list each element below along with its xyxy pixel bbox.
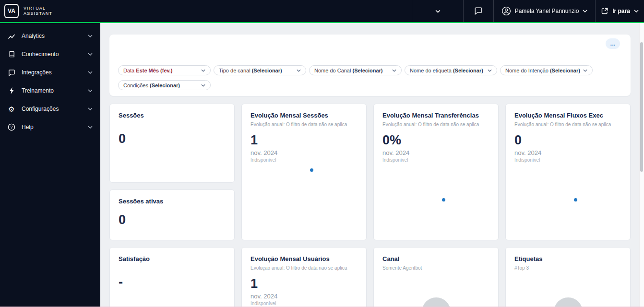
grid-column-2: Evolução Mensal Sessões Evolução anual: … <box>241 104 367 308</box>
training-icon <box>7 87 16 95</box>
chevron-down-icon <box>488 69 492 72</box>
chevron-down-icon <box>583 69 587 72</box>
accent-divider <box>0 22 644 23</box>
chevron-down-icon <box>583 10 587 12</box>
filter-nome-do-canal[interactable]: Nome do Canal (Selecionar) <box>309 65 402 75</box>
sidebar-item-label: Treinamento <box>22 87 88 94</box>
chevron-down-icon <box>297 69 301 72</box>
top-bar: VA VIRTUAL ASSISTANT Pamela Yanel Pannun… <box>0 0 644 22</box>
user-name: Pamela Yanel Pannunzio <box>515 8 579 14</box>
filters-row-1: Data Este Mês (fev.) Tipo de canal (Sele… <box>118 65 622 75</box>
sidebar-item-conhecimento[interactable]: Conhecimento <box>0 45 100 63</box>
brand-line2: ASSISTANT <box>24 11 52 16</box>
chat-button[interactable] <box>463 0 493 22</box>
filter-value: (Selecionar) <box>453 68 483 73</box>
knowledge-icon <box>7 50 16 58</box>
card-title: Satisfação <box>119 255 226 262</box>
sidebar-item-analytics[interactable]: Analytics <box>0 27 100 45</box>
brand-name: VIRTUAL ASSISTANT <box>24 6 52 17</box>
filters-row-2: Condições (Selecionar) <box>118 80 622 90</box>
card-value: 0 <box>119 131 226 146</box>
chevron-down-icon <box>634 10 639 12</box>
sidebar-item-label: Configurações <box>22 106 88 112</box>
card-value: 1 <box>250 276 358 291</box>
mini-chart <box>514 163 621 235</box>
more-options-button[interactable]: ... <box>606 38 620 49</box>
filter-value: Este Mês (fev.) <box>136 68 172 73</box>
card-title: Evolução Mensal Fluxos Exec <box>514 112 621 119</box>
card-value: 1 <box>250 133 358 148</box>
card-value: 0 <box>514 133 621 148</box>
sidebar-item-configuracoes[interactable]: ⚙ Configurações <box>0 100 100 118</box>
card-period: nov. 2024 <box>382 149 489 156</box>
brand-line1: VIRTUAL <box>24 6 52 11</box>
filter-value: (Selecionar) <box>550 68 580 73</box>
card-subtitle: Evolução anual: O filtro de data não se … <box>250 122 358 127</box>
filter-label: Nome do Intenção <box>505 68 549 73</box>
filter-data[interactable]: Data Este Mês (fev.) <box>118 65 211 75</box>
grid-column-4: Evolução Mensal Fluxos Exec Evolução anu… <box>505 104 631 308</box>
analytics-icon <box>7 32 16 40</box>
chart-point <box>442 198 445 201</box>
card-subtitle: Somente Agentbot <box>382 265 489 271</box>
top-bar-right: Pamela Yanel Pannunzio Ir para <box>412 0 644 22</box>
card-title: Sessões ativas <box>119 198 226 205</box>
card-value: 0 <box>119 213 226 227</box>
card-title: Etiquetas <box>514 255 621 262</box>
filter-label: Condições <box>123 83 148 88</box>
scrollbar[interactable] <box>639 23 644 308</box>
card-value: 0% <box>382 133 489 148</box>
chevron-down-icon <box>88 35 93 37</box>
card-monthly-flows: Evolução Mensal Fluxos Exec Evolução anu… <box>505 104 631 240</box>
chevron-down-icon <box>88 53 93 56</box>
card-sessions: Sessões 0 <box>109 104 235 183</box>
card-title: Evolução Mensal Sessões <box>250 112 358 119</box>
filter-condicoes[interactable]: Condições (Selecionar) <box>118 80 211 90</box>
sidebar-item-integracoes[interactable]: Integrações <box>0 63 100 82</box>
svg-text:?: ? <box>11 125 13 130</box>
filter-label: Tipo de canal <box>219 68 250 73</box>
chevron-down-icon <box>201 69 205 72</box>
mini-chart <box>250 163 358 235</box>
chevron-down-icon <box>88 71 93 74</box>
card-monthly-sessions: Evolução Mensal Sessões Evolução anual: … <box>241 104 367 240</box>
card-subtitle: #Top 3 <box>514 265 621 271</box>
card-title: Evolução Mensal Transferências <box>382 112 489 119</box>
card-period: nov. 2024 <box>250 293 358 300</box>
card-status: Indisponível <box>382 157 489 163</box>
card-value: - <box>119 275 226 290</box>
user-menu[interactable]: Pamela Yanel Pannunzio <box>493 0 595 22</box>
card-monthly-transfers: Evolução Mensal Transferências Evolução … <box>373 104 499 240</box>
grid-column-3: Evolução Mensal Transferências Evolução … <box>373 104 499 308</box>
header-dropdown-button[interactable] <box>412 0 463 22</box>
filter-nome-do-etiqueta[interactable]: Nome do etiqueta (Selecionar) <box>405 65 497 75</box>
sidebar-item-help[interactable]: ? Help <box>0 118 100 136</box>
card-title: Canal <box>382 255 489 262</box>
chart-point <box>310 168 313 172</box>
card-subtitle: Evolução anual: O filtro de data não se … <box>250 265 358 271</box>
scrollbar-thumb[interactable] <box>640 42 643 172</box>
chevron-down-icon <box>88 107 93 110</box>
main-content: ... Data Este Mês (fev.) Tipo de canal (… <box>100 23 644 308</box>
card-subtitle: Evolução anual: O filtro de data não se … <box>382 122 489 127</box>
brand[interactable]: VA VIRTUAL ASSISTANT <box>0 0 52 22</box>
card-monthly-users: Evolução Mensal Usuários Evolução anual:… <box>241 247 367 308</box>
sidebar: Analytics Conhecimento Integrações Trein… <box>0 23 100 308</box>
go-to-menu[interactable]: Ir para <box>595 0 644 22</box>
va-logo-icon: VA <box>4 4 19 18</box>
filter-nome-do-intencao[interactable]: Nome do Intenção (Selecionar) <box>500 65 593 75</box>
go-to-label: Ir para <box>612 8 630 14</box>
filter-label: Data <box>123 68 134 73</box>
sidebar-item-label: Conhecimento <box>22 51 88 58</box>
filter-label: Nome do Canal <box>314 68 351 73</box>
card-status: Indisponível <box>250 301 358 306</box>
card-status: Indisponível <box>514 157 621 163</box>
chat-icon <box>474 7 483 15</box>
sidebar-item-treinamento[interactable]: Treinamento <box>0 82 100 100</box>
dashboard-grid: Sessões 0 Sessões ativas 0 Satisfação - … <box>109 104 631 308</box>
filter-value: (Selecionar) <box>150 83 180 88</box>
filter-tipo-de-canal[interactable]: Tipo de canal (Selecionar) <box>214 65 306 75</box>
user-avatar-icon <box>501 6 511 16</box>
filter-label: Nome do etiqueta <box>410 68 452 73</box>
mini-chart <box>382 163 489 235</box>
